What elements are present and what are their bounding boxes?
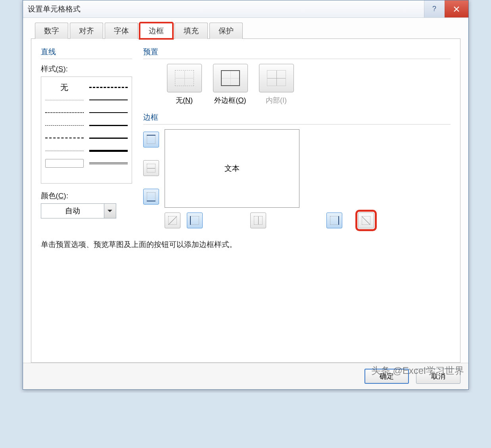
- border-vertical-icon: [254, 216, 263, 225]
- border-preview[interactable]: 文本: [165, 129, 299, 208]
- border-right-icon: [330, 216, 339, 225]
- line-style-sample[interactable]: [89, 150, 128, 152]
- group-border-title: 边框: [143, 112, 451, 124]
- diag-up-icon: [362, 216, 370, 225]
- line-style-none[interactable]: 无: [45, 82, 84, 93]
- dialog-window: 设置单元格格式 ? 数字 对齐 字体 边框 填充 保护 直线 样式(S): 无: [23, 0, 469, 390]
- tab-align[interactable]: 对齐: [70, 23, 103, 39]
- preset-none-icon: [175, 70, 194, 86]
- dialog-footer: 确定 取消: [23, 363, 468, 389]
- ok-button[interactable]: 确定: [364, 369, 409, 384]
- cancel-button[interactable]: 取消: [416, 369, 460, 384]
- line-style-sample[interactable]: [89, 112, 128, 113]
- border-diag-up-button[interactable]: [358, 213, 374, 228]
- tab-panel-border: 直线 样式(S): 无: [31, 38, 460, 363]
- line-style-sample[interactable]: [89, 87, 128, 88]
- border-right-button[interactable]: [326, 213, 342, 228]
- style-label: 样式(S):: [41, 64, 132, 74]
- line-style-selected[interactable]: [45, 159, 84, 168]
- preset-none-label: 无(N): [167, 96, 202, 105]
- preset-outline: 外边框(O): [213, 64, 248, 105]
- help-button[interactable]: ?: [424, 0, 445, 17]
- color-value: 自动: [41, 206, 104, 216]
- color-combo[interactable]: 自动: [41, 203, 116, 218]
- group-presets-title: 预置: [143, 47, 451, 59]
- tab-fill[interactable]: 填充: [175, 23, 208, 39]
- preset-outline-label: 外边框(O): [213, 96, 248, 105]
- tab-number[interactable]: 数字: [35, 23, 68, 39]
- tab-font[interactable]: 字体: [105, 23, 138, 39]
- close-icon: [453, 6, 460, 12]
- preset-inside-button[interactable]: [259, 64, 294, 92]
- line-style-sample[interactable]: [45, 151, 84, 151]
- line-style-sample[interactable]: [45, 138, 84, 138]
- hint-text: 单击预置选项、预览草图及上面的按钮可以添加边框样式。: [41, 239, 451, 250]
- line-style-sample[interactable]: [89, 100, 128, 100]
- line-style-sample[interactable]: [45, 112, 84, 113]
- border-bottom-button[interactable]: [143, 189, 159, 205]
- border-top-button[interactable]: [143, 132, 159, 147]
- close-button[interactable]: [445, 0, 468, 17]
- preset-outline-button[interactable]: [213, 64, 248, 92]
- border-bottom-icon: [147, 192, 155, 201]
- preset-none-button[interactable]: [167, 64, 202, 92]
- border-diag-down-button[interactable]: [165, 213, 180, 228]
- line-style-sample[interactable]: [89, 163, 128, 164]
- dropdown-button[interactable]: [104, 204, 116, 218]
- tab-protect[interactable]: 保护: [209, 23, 243, 39]
- preset-none: 无(N): [167, 64, 202, 105]
- line-style-list[interactable]: 无: [41, 77, 132, 184]
- line-style-sample[interactable]: [45, 100, 84, 100]
- border-left-button[interactable]: [187, 213, 203, 228]
- color-label: 颜色(C):: [41, 191, 132, 201]
- border-left-icon: [190, 216, 199, 225]
- preset-inside: 内部(I): [259, 64, 294, 105]
- line-style-sample[interactable]: [89, 125, 128, 126]
- tab-border[interactable]: 边框: [140, 23, 173, 39]
- line-style-sample[interactable]: [45, 125, 84, 126]
- dialog-title: 设置单元格格式: [28, 4, 424, 14]
- border-horizontal-icon: [147, 164, 155, 172]
- titlebar: 设置单元格格式 ?: [23, 0, 468, 18]
- border-vertical-button[interactable]: [250, 213, 266, 228]
- line-style-sample[interactable]: [89, 138, 128, 139]
- border-horizontal-button[interactable]: [143, 160, 159, 176]
- tab-bar: 数字 对齐 字体 边框 填充 保护: [31, 23, 460, 39]
- preview-text: 文本: [224, 163, 240, 174]
- preset-inside-icon: [267, 70, 286, 86]
- preset-outline-icon: [221, 70, 240, 86]
- group-line-title: 直线: [41, 47, 132, 59]
- preset-inside-label: 内部(I): [259, 96, 294, 105]
- border-top-icon: [147, 135, 155, 144]
- diag-down-icon: [168, 216, 177, 225]
